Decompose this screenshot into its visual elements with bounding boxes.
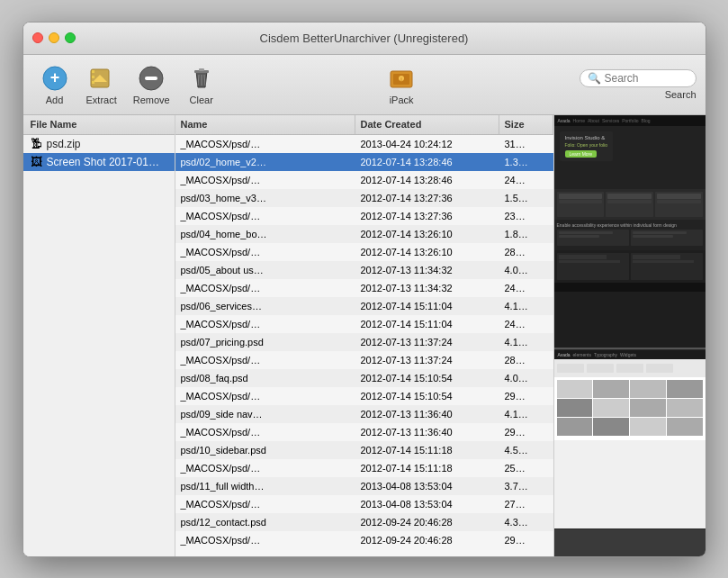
row-size: 3.7… [499,479,553,493]
row-size: 24… [499,173,553,187]
table-row[interactable]: _MACOSX/psd/…2013-04-08 13:53:0427… [175,495,553,513]
remove-button[interactable]: Remove [126,60,177,109]
search-icon: 🔍 [588,72,601,85]
table-row[interactable]: psd/04_home_bo…2012-07-14 13:26:101.8… [175,225,553,243]
search-label: Search [665,89,697,100]
row-name: psd/09_side nav… [175,407,355,421]
row-size: 28… [499,245,553,259]
table-row[interactable]: _MACOSX/psd/…2012-07-13 11:36:4029… [175,423,553,441]
table-row[interactable]: _MACOSX/psd/…2012-07-14 13:28:4624… [175,171,553,189]
row-date: 2012-07-14 13:27:36 [355,209,499,223]
row-date: 2012-07-14 15:11:18 [355,443,499,457]
minimize-button[interactable] [49,32,59,43]
file-item-name: psd.zip [47,138,81,150]
svg-rect-4 [92,70,94,73]
row-date: 2012-07-14 15:11:04 [355,317,499,331]
table-row[interactable]: psd/11_full width…2013-04-08 13:53:043.7… [175,477,553,495]
preview-image-top: Avada Home About Services Portfolio Blog… [554,115,706,349]
svg-rect-6 [92,81,94,84]
row-date: 2012-07-13 11:37:24 [355,335,499,349]
row-size: 29… [499,389,553,403]
row-name: _MACOSX/psd/… [175,209,355,223]
table-row[interactable]: psd/05_about us…2012-07-13 11:34:324.0… [175,261,553,279]
row-name: _MACOSX/psd/… [175,137,355,151]
detail-pane: Name Date Created Size _MACOSX/psd/…2013… [175,115,553,556]
svg-rect-5 [92,76,94,78]
row-size: 27… [499,497,553,511]
row-date: 2012-07-14 15:10:54 [355,389,499,403]
table-row[interactable]: psd/03_home_v3…2012-07-14 13:27:361.5… [175,189,553,207]
row-date: 2012-07-14 13:26:10 [355,245,499,259]
table-row[interactable]: _MACOSX/psd/…2012-07-14 13:26:1028… [175,243,553,261]
detail-rows[interactable]: _MACOSX/psd/…2013-04-24 10:24:1231…psd/0… [175,135,553,556]
row-size: 4.5… [499,443,553,457]
row-size: 4.0… [499,263,553,277]
row-name: _MACOSX/psd/… [175,497,355,511]
add-icon: + [40,64,69,93]
row-name: psd/04_home_bo… [175,227,355,241]
row-name: psd/05_about us… [175,263,355,277]
titlebar: Cisdem BetterUnarchiver (Unregistered) [23,23,706,55]
table-row[interactable]: _MACOSX/psd/…2012-07-14 15:11:1825… [175,459,553,477]
file-item-name: Screen Shot 2017-01… [47,156,159,168]
table-row[interactable]: _MACOSX/psd/…2013-04-24 10:24:1231… [175,135,553,153]
row-size: 23… [499,209,553,223]
detail-header: Name Date Created Size [175,115,553,135]
table-row[interactable]: psd/09_side nav…2012-07-13 11:36:404.1… [175,405,553,423]
row-size: 24… [499,281,553,295]
row-date: 2012-07-14 13:27:36 [355,191,499,205]
window-title: Cisdem BetterUnarchiver (Unregistered) [260,32,469,45]
table-row[interactable]: _MACOSX/psd/…2012-09-24 20:46:2829… [175,531,553,549]
table-row[interactable]: _MACOSX/psd/…2012-07-14 13:27:3623… [175,207,553,225]
ipack-button[interactable]: i iPack [374,60,428,109]
maximize-button[interactable] [65,32,76,43]
add-label: Add [46,95,64,105]
extract-button[interactable]: Extract [79,60,124,109]
file-list[interactable]: 🗜 psd.zip 🖼 Screen Shot 2017-01… [23,135,175,556]
row-date: 2012-07-14 13:28:46 [355,155,499,169]
search-input[interactable] [605,72,688,85]
table-row[interactable]: _MACOSX/psd/…2012-07-14 15:11:0424… [175,315,553,333]
row-name: _MACOSX/psd/… [175,353,355,367]
search-input-wrap[interactable]: 🔍 [580,69,697,87]
list-item[interactable]: 🗜 psd.zip [23,135,175,153]
row-size: 4.1… [499,299,553,313]
close-button[interactable] [32,32,43,43]
row-name: psd/12_contact.psd [175,515,355,529]
row-size: 4.3… [499,515,553,529]
row-name: psd/08_faq.psd [175,371,355,385]
row-size: 1.3… [499,155,553,169]
table-row[interactable]: psd/06_services…2012-07-14 15:11:044.1… [175,297,553,315]
row-date: 2013-04-24 10:24:12 [355,137,499,151]
table-row[interactable]: _MACOSX/psd/…2012-07-14 15:10:5429… [175,387,553,405]
ipack-label: iPack [390,95,414,105]
ipack-icon: i [387,64,416,93]
row-size: 4.0… [499,371,553,385]
col-header-name: Name [175,115,355,134]
table-row[interactable]: psd/02_home_v2…2012-07-14 13:28:461.3… [175,153,553,171]
row-date: 2012-07-13 11:34:32 [355,281,499,295]
table-row[interactable]: _MACOSX/psd/…2012-07-13 11:37:2428… [175,351,553,369]
table-row[interactable]: psd/08_faq.psd2012-07-14 15:10:544.0… [175,369,553,387]
row-date: 2012-09-24 20:46:28 [355,515,499,529]
clear-button[interactable]: Clear [179,60,224,109]
row-name: psd/07_pricing.psd [175,335,355,349]
row-size: 1.8… [499,227,553,241]
row-name: _MACOSX/psd/… [175,425,355,439]
row-size: 4.1… [499,407,553,421]
main-content: File Name 🗜 psd.zip 🖼 Screen Shot 2017-0… [23,115,706,556]
remove-label: Remove [133,95,170,105]
row-size: 24… [499,317,553,331]
add-button[interactable]: + Add [32,60,77,109]
row-name: psd/03_home_v3… [175,191,355,205]
col-header-date: Date Created [355,115,499,134]
svg-text:+: + [49,68,59,86]
table-row[interactable]: psd/12_contact.psd2012-09-24 20:46:284.3… [175,513,553,531]
table-row[interactable]: psd/10_sidebar.psd2012-07-14 15:11:184.5… [175,441,553,459]
list-item[interactable]: 🖼 Screen Shot 2017-01… [23,153,175,171]
table-row[interactable]: _MACOSX/psd/…2012-07-13 11:34:3224… [175,279,553,297]
table-row[interactable]: psd/07_pricing.psd2012-07-13 11:37:244.1… [175,333,553,351]
row-name: psd/06_services… [175,299,355,313]
row-name: _MACOSX/psd/… [175,245,355,259]
row-name: _MACOSX/psd/… [175,317,355,331]
